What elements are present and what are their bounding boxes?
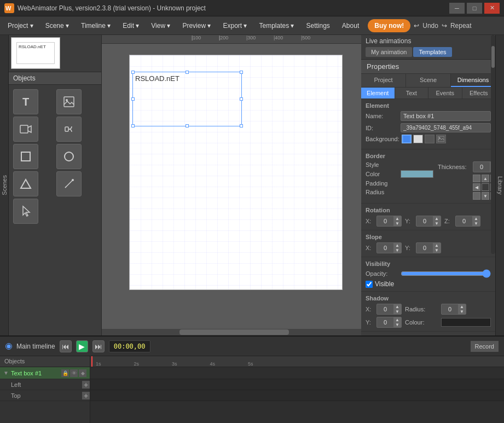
minimize-button[interactable]: ─ <box>449 3 465 14</box>
audio-tool-button[interactable] <box>56 117 82 142</box>
tab-scene[interactable]: Scene <box>406 74 451 87</box>
undo-label[interactable]: Undo <box>422 22 438 30</box>
border-cell-ml[interactable]: ◀ <box>473 183 480 191</box>
rot-y-up[interactable]: ▲ <box>433 216 441 221</box>
timeline-forward-button[interactable]: ⏭ <box>92 340 105 352</box>
main-timeline-radio[interactable] <box>5 343 12 350</box>
timeline-back-button[interactable]: ⏮ <box>60 340 72 352</box>
shadow-y-up[interactable]: ▲ <box>393 317 401 322</box>
id-input[interactable] <box>401 123 491 132</box>
obj-diamond-button[interactable]: ◆ <box>79 369 86 377</box>
handle-middle-right[interactable] <box>240 97 243 101</box>
menu-scene[interactable]: Scene ▾ <box>40 20 74 32</box>
pen-tool-button[interactable] <box>56 171 82 196</box>
triangle-tool-button[interactable] <box>13 171 38 196</box>
circle-tool-button[interactable] <box>56 144 82 169</box>
menu-export[interactable]: Export ▾ <box>217 20 252 32</box>
templates-tab[interactable]: Templates <box>413 47 451 57</box>
menu-templates[interactable]: Templates ▾ <box>253 20 299 32</box>
handle-middle-left[interactable] <box>131 97 135 101</box>
bg-image-icon[interactable] <box>436 135 446 143</box>
text-box-element[interactable]: RSLOAD.nET <box>132 72 242 126</box>
tab-events[interactable]: Events <box>428 88 462 98</box>
pointer-tool-button[interactable] <box>13 199 38 224</box>
scenes-panel[interactable]: Scenes <box>0 35 9 335</box>
handle-top-right[interactable] <box>240 71 243 74</box>
shadow-x-up[interactable]: ▲ <box>393 304 401 309</box>
rectangle-tool-button[interactable] <box>13 144 38 169</box>
timeline-top-subrow[interactable]: Top + <box>0 390 90 401</box>
scrollbar-thumb[interactable] <box>179 329 289 335</box>
handle-top-left[interactable] <box>131 71 135 74</box>
buy-button[interactable]: Buy now! <box>368 19 410 32</box>
image-tool-button[interactable] <box>56 89 82 114</box>
shadow-radius-down[interactable]: ▼ <box>458 309 466 314</box>
slope-x-spinbox[interactable]: 0 ▲ ▼ <box>376 242 402 253</box>
tab-project[interactable]: Project <box>361 74 406 87</box>
tab-text[interactable]: Text <box>395 88 429 98</box>
left-add-button[interactable]: + <box>82 381 90 389</box>
handle-bottom-right[interactable] <box>240 124 243 128</box>
text-tool-button[interactable]: T <box>13 89 38 114</box>
rot-x-down[interactable]: ▼ <box>393 221 401 226</box>
expand-icon[interactable]: ▼ <box>3 370 9 376</box>
shadow-radius-up[interactable]: ▲ <box>458 304 466 309</box>
slope-y-spinbox[interactable]: 0 ▲ ▼ <box>416 242 441 253</box>
shadow-color-swatch[interactable] <box>441 318 491 327</box>
tab-effects[interactable]: Effects <box>462 88 496 98</box>
rot-x-up[interactable]: ▲ <box>393 216 401 221</box>
canvas[interactable]: RSLOAD.nET <box>129 55 343 290</box>
slope-x-down[interactable]: ▼ <box>393 248 401 253</box>
close-button[interactable]: ✕ <box>484 3 500 14</box>
timeline-play-button[interactable]: ▶ <box>76 340 88 352</box>
rot-y-down[interactable]: ▼ <box>433 221 441 226</box>
border-cell-bm[interactable]: ▼ <box>482 192 489 200</box>
border-cell-bl[interactable] <box>473 192 480 200</box>
shadow-y-down[interactable]: ▼ <box>393 322 401 327</box>
horizontal-scrollbar[interactable] <box>102 329 361 335</box>
visible-checkbox[interactable] <box>366 281 373 288</box>
rot-z-up[interactable]: ▲ <box>472 216 480 221</box>
maximize-button[interactable]: □ <box>467 3 482 14</box>
obj-vis-button[interactable]: 👁 <box>70 369 78 377</box>
timeline-keyframe-area[interactable]: 1s 2s 3s 4s 5s <box>90 356 504 423</box>
timeline-cursor[interactable] <box>91 356 92 367</box>
menu-edit[interactable]: Edit ▾ <box>117 20 144 32</box>
video-tool-button[interactable] <box>13 117 38 142</box>
tab-dimensions[interactable]: Dimensions <box>451 74 495 87</box>
library-panel[interactable]: Library <box>495 35 504 335</box>
timeline-left-subrow[interactable]: Left + <box>0 379 90 390</box>
border-cell-tl[interactable] <box>473 175 480 182</box>
canvas-wrapper[interactable]: RSLOAD.nET <box>102 44 361 335</box>
tab-element[interactable]: Element <box>361 88 395 98</box>
menu-preview[interactable]: Preview ▾ <box>177 20 216 32</box>
rot-x-spinbox[interactable]: 0 ▲ ▼ <box>376 216 402 227</box>
menu-timeline[interactable]: Timeline ▾ <box>76 20 116 32</box>
handle-top-middle[interactable] <box>186 71 189 74</box>
bg-dark-icon[interactable] <box>425 135 435 143</box>
shadow-y-spinbox[interactable]: 0 ▲ ▼ <box>376 317 402 328</box>
menu-about[interactable]: About <box>337 20 364 32</box>
rot-z-spinbox[interactable]: 0 ▲ ▼ <box>455 216 480 227</box>
properties-scrollbar-thumb[interactable] <box>491 46 495 68</box>
slope-y-down[interactable]: ▼ <box>433 248 441 253</box>
rot-y-spinbox[interactable]: 0 ▲ ▼ <box>416 216 441 227</box>
bg-color-icon[interactable] <box>402 135 412 143</box>
name-input[interactable] <box>401 111 491 121</box>
handle-bottom-middle[interactable] <box>186 124 189 128</box>
my-animation-tab[interactable]: My animation <box>366 47 412 57</box>
shadow-x-spinbox[interactable]: 0 ▲ ▼ <box>376 304 402 315</box>
border-color-swatch[interactable] <box>401 170 433 178</box>
shadow-x-down[interactable]: ▼ <box>393 309 401 314</box>
slope-y-up[interactable]: ▲ <box>433 243 441 248</box>
rot-z-down[interactable]: ▼ <box>472 221 480 226</box>
menu-project[interactable]: Project ▾ <box>2 20 39 32</box>
opacity-slider[interactable] <box>401 269 491 278</box>
menu-settings[interactable]: Settings <box>301 20 335 32</box>
bg-white-icon[interactable] <box>413 135 423 143</box>
obj-lock-button[interactable]: 🔒 <box>61 369 69 377</box>
record-button[interactable]: Record <box>471 341 499 352</box>
slope-x-up[interactable]: ▲ <box>393 243 401 248</box>
repeat-label[interactable]: Repeat <box>450 22 472 30</box>
top-add-button[interactable]: + <box>82 392 90 399</box>
